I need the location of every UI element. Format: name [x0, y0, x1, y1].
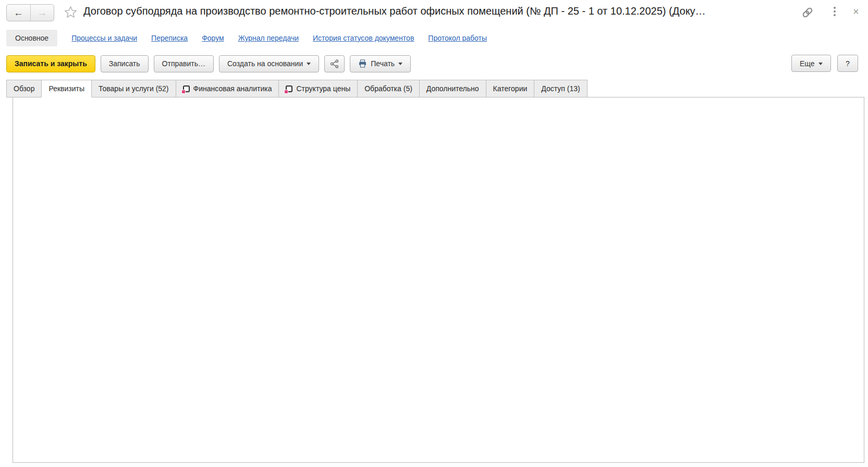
dropdown-caret-icon: [398, 63, 402, 67]
dropdown-caret-icon: [818, 63, 823, 67]
create-based-on-label: Создать на основании: [227, 59, 303, 68]
more-menu-icon[interactable]: [834, 7, 836, 16]
save-and-close-button[interactable]: Записать и закрыть: [6, 55, 95, 72]
tab-additional[interactable]: Дополнительно: [419, 80, 486, 97]
title-bar: ← → Договор субподряда на производство р…: [0, 0, 868, 25]
tab-goods-services[interactable]: Товары и услуги (52): [91, 80, 176, 97]
page-tabs: Обзор Реквизиты Товары и услуги (52) Фин…: [6, 80, 587, 97]
tab-price-structure-label: Структура цены: [296, 84, 350, 93]
printer-icon: [358, 59, 367, 68]
nav-item-status-history[interactable]: История статусов документов: [313, 34, 414, 42]
print-label: Печать: [371, 59, 395, 68]
history-nav-buttons: ← →: [6, 4, 54, 21]
analytics-icon: [183, 85, 190, 92]
tab-overview[interactable]: Обзор: [6, 80, 42, 97]
tab-access[interactable]: Доступ (13): [534, 80, 587, 97]
more-actions-label: Еще: [800, 59, 815, 68]
command-bar: Записать и закрыть Записать Отправить… С…: [6, 55, 411, 72]
price-structure-icon: [286, 85, 292, 92]
tab-processing[interactable]: Обработка (5): [357, 80, 420, 97]
share-icon: [330, 59, 339, 68]
tab-requisites[interactable]: Реквизиты: [41, 80, 92, 97]
close-icon[interactable]: ×: [853, 6, 859, 17]
back-button[interactable]: ←: [7, 5, 30, 21]
share-button[interactable]: [324, 55, 345, 72]
dropdown-caret-icon: [307, 63, 311, 67]
save-button[interactable]: Записать: [101, 55, 149, 72]
tab-content-frame: [13, 97, 864, 463]
help-button[interactable]: ?: [837, 55, 858, 72]
tab-price-structure[interactable]: Структура цены: [278, 80, 358, 97]
nav-item-processes[interactable]: Процессы и задачи: [71, 34, 137, 42]
get-link-icon[interactable]: [802, 7, 813, 18]
send-button[interactable]: Отправить…: [154, 55, 214, 72]
nav-item-correspondence[interactable]: Переписка: [151, 34, 188, 42]
nav-item-work-protocol[interactable]: Протокол работы: [428, 34, 487, 42]
more-actions-button[interactable]: Еще: [791, 55, 831, 72]
print-button[interactable]: Печать: [350, 55, 411, 72]
favorite-star-icon[interactable]: [64, 5, 78, 19]
section-nav: Основное Процессы и задачи Переписка Фор…: [6, 29, 487, 47]
page-title: Договор субподряда на производство ремон…: [83, 5, 756, 17]
tab-financial-analytics[interactable]: Финансовая аналитика: [176, 80, 279, 97]
forward-button[interactable]: →: [30, 5, 54, 21]
create-based-on-button[interactable]: Создать на основании: [219, 55, 319, 72]
nav-item-forum[interactable]: Форум: [202, 34, 224, 42]
nav-item-main[interactable]: Основное: [6, 30, 57, 46]
tab-financial-analytics-label: Финансовая аналитика: [193, 84, 272, 93]
tab-categories[interactable]: Категории: [486, 80, 535, 97]
nav-item-transfer-log[interactable]: Журнал передачи: [238, 34, 299, 42]
